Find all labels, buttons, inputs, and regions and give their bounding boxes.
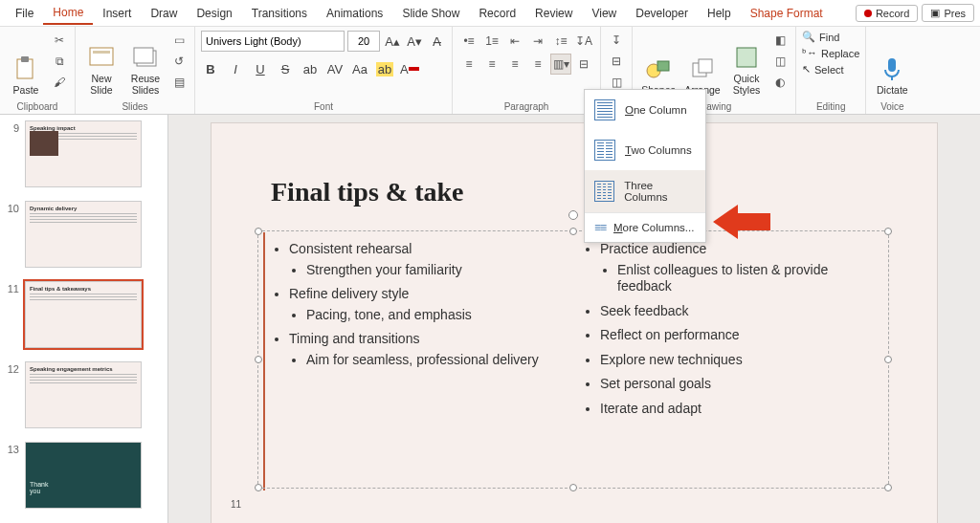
tab-draw[interactable]: Draw <box>141 3 187 24</box>
font-color-button[interactable]: A <box>400 59 419 78</box>
justify-button[interactable]: ≡ <box>527 54 548 75</box>
tab-record[interactable]: Record <box>469 3 525 24</box>
grow-font-button[interactable]: A▴ <box>383 32 402 51</box>
thumbnail-pane[interactable]: 9 Speaking impact 10 Dynamic delivery 11… <box>0 115 168 523</box>
tab-view[interactable]: View <box>582 3 626 24</box>
text-dir-button[interactable]: ↧ <box>607 31 626 50</box>
present-icon: ▣ <box>930 7 940 19</box>
paste-button[interactable]: Paste <box>6 31 46 96</box>
handle-mr[interactable] <box>884 356 892 363</box>
rotate-handle[interactable] <box>568 210 578 220</box>
three-columns-item[interactable]: Three Columns <box>585 170 705 212</box>
thumb-13[interactable]: 13 Thankyou <box>4 442 164 509</box>
align-text-button[interactable]: ⊟ <box>573 54 594 75</box>
tab-insert[interactable]: Insert <box>93 3 141 24</box>
line-spacing-button[interactable]: ↕≡ <box>550 31 571 52</box>
list-item: Practice audienceEnlist colleagues to li… <box>600 241 875 295</box>
find-button[interactable]: 🔍Find <box>802 31 859 43</box>
record-button[interactable]: Record <box>856 5 918 22</box>
font-name-select[interactable] <box>201 31 345 52</box>
clear-format-button[interactable]: A̶ <box>427 32 446 51</box>
tab-help[interactable]: Help <box>698 3 741 24</box>
record-dot-icon <box>864 10 872 17</box>
tab-shape-format[interactable]: Shape Format <box>741 3 833 24</box>
shape-effects-button[interactable]: ◐ <box>770 73 790 92</box>
thumb-10-preview[interactable]: Dynamic delivery <box>25 201 142 268</box>
cut-button[interactable]: ✂ <box>50 31 69 50</box>
tab-slideshow[interactable]: Slide Show <box>392 3 469 24</box>
thumb-9-preview[interactable]: Speaking impact <box>25 120 142 187</box>
copy-button[interactable]: ⧉ <box>50 52 69 71</box>
arrange-button[interactable]: Arrange <box>682 31 723 96</box>
shadow-button[interactable]: ab <box>301 59 320 78</box>
svg-rect-9 <box>699 59 712 73</box>
tab-review[interactable]: Review <box>525 3 582 24</box>
select-button[interactable]: ↖Select <box>802 63 859 76</box>
indent-inc-button[interactable]: ⇥ <box>527 31 548 52</box>
numbering-button[interactable]: 1≡ <box>481 31 502 52</box>
align-right-button[interactable]: ≡ <box>504 54 525 75</box>
section-button[interactable]: ▤ <box>169 73 189 92</box>
bullets-button[interactable]: •≡ <box>458 31 479 52</box>
tab-transitions[interactable]: Transitions <box>242 3 317 24</box>
columns-button[interactable]: ▥▾ <box>550 54 571 75</box>
align-center-button[interactable]: ≡ <box>481 54 502 75</box>
thumb-10[interactable]: 10 Dynamic delivery <box>4 201 164 268</box>
align-left-button[interactable]: ≡ <box>458 54 479 75</box>
paste-icon <box>12 55 39 82</box>
tab-design[interactable]: Design <box>187 3 241 24</box>
bold-button[interactable]: B <box>201 59 220 78</box>
present-button[interactable]: ▣Pres <box>922 4 974 22</box>
shape-outline-button[interactable]: ◫ <box>770 52 790 71</box>
two-columns-item[interactable]: Two Columns <box>585 130 705 170</box>
tab-developer[interactable]: Developer <box>626 3 698 24</box>
thumb-11[interactable]: 11 Final tips & takeaways <box>4 281 164 348</box>
thumb-13-preview[interactable]: Thankyou <box>25 442 142 509</box>
align-vert-button[interactable]: ⊟ <box>607 52 626 71</box>
slide[interactable]: Final tips & take Consistent rehearsalSt… <box>211 122 938 523</box>
thumb-12[interactable]: 12 Speaking engagement metrics <box>4 361 164 428</box>
italic-button[interactable]: I <box>226 59 245 78</box>
content-textbox[interactable]: Consistent rehearsalStrengthen your fami… <box>257 230 889 489</box>
list-item: Explore new techniques <box>600 352 875 369</box>
handle-bm[interactable] <box>569 484 577 491</box>
reset-button[interactable]: ↺ <box>169 52 189 71</box>
thumb-9[interactable]: 9 Speaking impact <box>4 120 164 187</box>
indent-dec-button[interactable]: ⇤ <box>504 31 525 52</box>
tab-home[interactable]: Home <box>43 2 93 25</box>
highlight-button[interactable]: ab <box>375 59 394 78</box>
reuse-slides-button[interactable]: Reuse Slides <box>125 31 166 96</box>
format-painter-button[interactable]: 🖌 <box>50 73 69 92</box>
char-spacing-button[interactable]: AV <box>325 59 345 78</box>
more-columns-item[interactable]: ≡≡ More Columns... <box>585 212 705 242</box>
one-column-item[interactable]: One Column <box>585 90 705 130</box>
handle-tr[interactable] <box>884 228 892 235</box>
content-col-1: Consistent rehearsalStrengthen your fami… <box>272 241 564 425</box>
quick-styles-button[interactable]: Quick Styles <box>726 31 767 96</box>
handle-tm[interactable] <box>569 228 577 235</box>
handle-ml[interactable] <box>255 356 262 363</box>
group-editing-label: Editing <box>802 99 859 112</box>
change-case-button[interactable]: Aa <box>350 59 369 78</box>
new-slide-button[interactable]: New Slide <box>81 31 122 96</box>
handle-bl[interactable] <box>255 484 262 491</box>
slide-title[interactable]: Final tips & take <box>271 177 463 207</box>
handle-tl[interactable] <box>255 228 262 235</box>
tab-animations[interactable]: Animations <box>317 3 392 24</box>
layout-button[interactable]: ▭ <box>169 31 189 50</box>
list-sub-item: Enlist colleagues to listen & provide fe… <box>617 262 875 295</box>
shapes-button[interactable]: Shapes <box>638 31 679 96</box>
shrink-font-button[interactable]: A▾ <box>405 32 424 51</box>
underline-button[interactable]: U <box>251 59 270 78</box>
dictate-button[interactable]: Dictate <box>872 31 912 96</box>
slide-canvas[interactable]: Final tips & take Consistent rehearsalSt… <box>168 115 980 523</box>
thumb-12-preview[interactable]: Speaking engagement metrics <box>25 361 142 428</box>
font-size-select[interactable] <box>347 31 380 52</box>
tab-file[interactable]: File <box>6 3 43 24</box>
text-direction-button[interactable]: ↧A <box>573 31 594 52</box>
shape-fill-button[interactable]: ◧ <box>770 31 790 50</box>
strike-button[interactable]: S <box>276 59 295 78</box>
replace-button[interactable]: ᵇ↔Replace <box>802 47 859 59</box>
thumb-11-preview[interactable]: Final tips & takeaways <box>25 281 142 348</box>
handle-br[interactable] <box>884 484 892 491</box>
